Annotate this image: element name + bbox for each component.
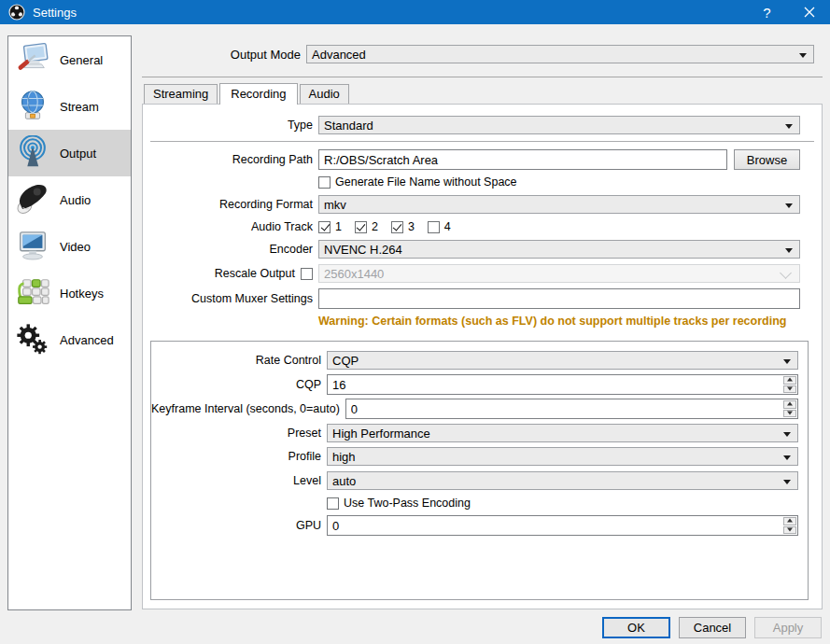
generate-no-space-checkbox[interactable] [318, 176, 331, 189]
preset-row: Preset High Performance [151, 424, 808, 442]
muxer-label: Custom Muxer Settings [143, 292, 318, 305]
output-icon [14, 135, 51, 171]
general-icon [14, 42, 51, 77]
audio-track-3-checkbox[interactable] [391, 221, 403, 233]
audio-icon [14, 182, 51, 217]
encoder-row: Encoder NVENC H.264 [143, 240, 822, 259]
two-pass-checkbox[interactable] [327, 497, 339, 510]
gpu-spinner[interactable] [327, 515, 798, 536]
audio-track-2-label: 2 [372, 220, 378, 233]
help-button[interactable]: ? [746, 0, 788, 24]
sidebar-item-label: General [60, 53, 103, 67]
audio-track-1-checkbox[interactable] [318, 221, 331, 233]
audio-track-4-label: 4 [444, 220, 451, 233]
sidebar-item-label: Advanced [60, 333, 114, 347]
profile-select[interactable]: high [327, 447, 798, 466]
gpu-row: GPU [151, 515, 808, 536]
rescale-label: Rescale Output [215, 267, 295, 280]
audio-track-row: Audio Track 1 2 3 4 [143, 219, 822, 234]
window-title: Settings [33, 6, 77, 20]
rate-control-select[interactable]: CQP [327, 351, 798, 370]
sidebar-item-label: Audio [60, 193, 91, 207]
audio-track-3-label: 3 [408, 220, 415, 233]
type-row: Type Standard [143, 116, 822, 134]
stream-icon [14, 89, 51, 124]
type-select[interactable]: Standard [318, 116, 800, 134]
gpu-label: GPU [151, 519, 327, 532]
cqp-increment-button[interactable] [783, 376, 796, 385]
sidebar-item-label: Stream [60, 100, 99, 114]
sidebar-item-output[interactable]: Output [8, 130, 131, 176]
keyframe-increment-button[interactable] [783, 400, 796, 409]
separator-line [150, 141, 814, 142]
cqp-input[interactable] [328, 375, 782, 394]
recording-format-label: Recording Format [143, 198, 318, 211]
recording-tab-panel: Type Standard Recording Path Browse Gene… [142, 104, 823, 609]
close-button[interactable] [788, 0, 830, 24]
gpu-decrement-button[interactable] [783, 526, 796, 535]
sidebar-item-stream[interactable]: Stream [8, 83, 131, 130]
two-pass-row: Use Two-Pass Encoding [151, 496, 808, 511]
advanced-icon [14, 322, 51, 357]
sidebar-item-advanced[interactable]: Advanced [8, 316, 131, 363]
filename-nospace-row: Generate File Name without Space [143, 175, 822, 189]
encoder-select[interactable]: NVENC H.264 [318, 240, 800, 259]
rate-control-label: Rate Control [151, 354, 327, 367]
gpu-increment-button[interactable] [783, 517, 796, 525]
encoder-value: NVENC H.264 [324, 243, 402, 257]
encoder-settings-group: Rate Control CQP CQP Keyframe Interval (… [150, 341, 809, 600]
type-label: Type [143, 119, 318, 132]
profile-label: Profile [151, 450, 327, 463]
sidebar-item-label: Hotkeys [60, 287, 104, 301]
cqp-decrement-button[interactable] [783, 385, 796, 394]
rate-control-row: Rate Control CQP [151, 351, 808, 370]
audio-track-4-checkbox[interactable] [428, 221, 440, 233]
tab-recording[interactable]: Recording [219, 83, 297, 105]
rescale-resolution-select[interactable]: 2560x1440 [318, 264, 800, 283]
sidebar-item-general[interactable]: General [8, 36, 131, 83]
titlebar: Settings ? [0, 0, 830, 24]
recording-path-row: Recording Path Browse [143, 149, 822, 170]
recording-format-value: mkv [324, 198, 346, 212]
cancel-button[interactable]: Cancel [679, 617, 746, 638]
preset-select[interactable]: High Performance [327, 424, 798, 442]
level-select[interactable]: auto [327, 471, 798, 490]
tab-audio[interactable]: Audio [300, 84, 349, 104]
output-mode-select[interactable]: Advanced [306, 45, 814, 63]
sidebar-item-label: Output [60, 147, 96, 161]
warning-row: Warning: Certain formats (such as FLV) d… [143, 314, 822, 329]
keyframe-decrement-button[interactable] [783, 410, 796, 418]
recording-path-label: Recording Path [143, 153, 318, 166]
keyframe-spinner[interactable] [345, 399, 798, 419]
audio-track-2-checkbox[interactable] [355, 221, 367, 233]
sidebar-item-video[interactable]: Video [8, 223, 131, 270]
keyframe-row: Keyframe Interval (seconds, 0=auto) [151, 399, 808, 419]
tab-streaming[interactable]: Streaming [144, 84, 218, 104]
rescale-row: Rescale Output 2560x1440 [143, 264, 822, 283]
settings-window: Settings ? [0, 0, 830, 644]
keyframe-label: Keyframe Interval (seconds, 0=auto) [151, 402, 345, 415]
recording-format-select[interactable]: mkv [318, 195, 800, 214]
tab-bar: Streaming Recording Audio [142, 83, 823, 104]
apply-button[interactable]: Apply [754, 617, 822, 638]
keyframe-input[interactable] [346, 399, 782, 418]
hotkeys-icon [14, 275, 51, 311]
cqp-row: CQP [151, 374, 808, 395]
settings-sidebar: General Stream [7, 35, 132, 610]
generate-no-space-label: Generate File Name without Space [335, 175, 517, 189]
sidebar-item-hotkeys[interactable]: Hotkeys [8, 270, 131, 316]
sidebar-item-label: Video [60, 240, 91, 254]
ok-button[interactable]: OK [602, 617, 670, 638]
level-row: Level auto [151, 471, 808, 490]
output-mode-label: Output Mode [142, 48, 306, 62]
muxer-input[interactable] [318, 288, 800, 309]
recording-path-input[interactable] [318, 149, 727, 170]
sidebar-item-audio[interactable]: Audio [8, 176, 131, 223]
format-warning-text: Warning: Certain formats (such as FLV) d… [318, 315, 786, 328]
cqp-spinner[interactable] [327, 374, 798, 395]
video-icon [14, 229, 51, 264]
browse-button[interactable]: Browse [734, 149, 800, 170]
gpu-input[interactable] [328, 516, 782, 535]
two-pass-label: Use Two-Pass Encoding [344, 497, 471, 510]
rescale-checkbox[interactable] [301, 268, 313, 280]
